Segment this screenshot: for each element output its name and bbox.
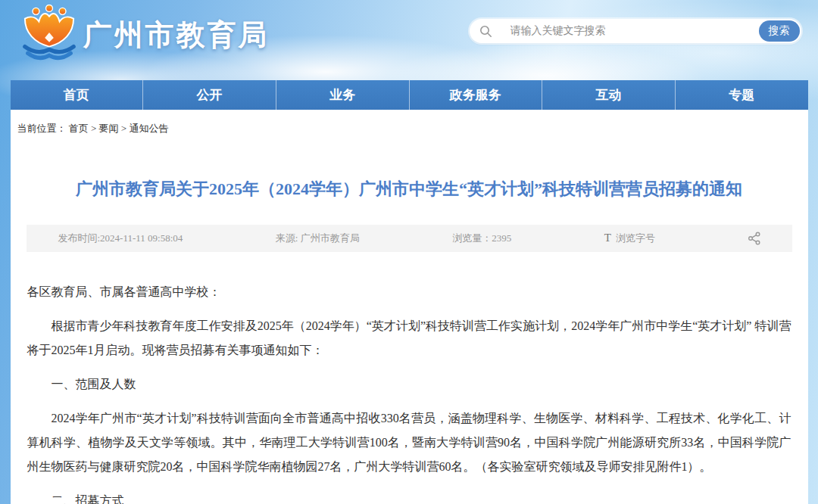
view-count-label: 浏览量： <box>452 232 492 244</box>
nav-item-business[interactable]: 业务 <box>276 80 410 110</box>
site-header: 广州市教育局 搜索 <box>11 0 808 80</box>
font-size-t-icon: T <box>604 232 611 244</box>
article-paragraph: 根据市青少年科技教育年度工作安排及2025年（2024学年）“英才计划”科技特训… <box>27 314 791 362</box>
breadcrumb-prefix: 当前位置： <box>17 123 67 134</box>
site-brand[interactable]: 广州市教育局 <box>21 5 270 65</box>
nav-item-topics[interactable]: 专题 <box>676 80 808 110</box>
breadcrumb-link[interactable]: 首页 <box>69 123 89 134</box>
breadcrumb: 当前位置： 首页 > 要闻 > 通知公告 <box>11 110 808 135</box>
breadcrumb-separator: > <box>89 123 99 134</box>
search-bar: 搜索 <box>470 19 801 43</box>
site-name: 广州市教育局 <box>83 16 270 54</box>
nav-item-open[interactable]: 公开 <box>143 80 276 110</box>
article-meta-bar: 发布时间:2024-11-11 09:58:04 来源: 广州市教育局 浏览量：… <box>27 225 792 252</box>
main-nav: 首页公开业务政务服务互动专题 <box>11 80 808 110</box>
article-body: 各区教育局、市属各普通高中学校：根据市青少年科技教育年度工作安排及2025年（2… <box>27 280 791 504</box>
article-paragraph: 二、招募方式 <box>27 489 791 504</box>
font-size-control[interactable]: T浏览字号 <box>604 232 655 245</box>
content-area: 当前位置： 首页 > 要闻 > 通知公告 广州市教育局关于2025年（2024学… <box>11 110 808 504</box>
article-paragraph: 一、范围及人数 <box>27 372 791 397</box>
article-title: 广州市教育局关于2025年（2024学年）广州市中学生“英才计划”科技特训营营员… <box>33 178 785 201</box>
view-count: 浏览量：2395 <box>452 232 511 245</box>
breadcrumb-link[interactable]: 要闻 <box>99 123 119 134</box>
nav-item-gov-services[interactable]: 政务服务 <box>410 80 543 110</box>
nav-item-home[interactable]: 首页 <box>11 80 144 110</box>
article-paragraph: 各区教育局、市属各普通高中学校： <box>27 280 791 304</box>
page: 广州市教育局 搜索 首页公开业务政务服务互动专题 当前位置： 首页 > 要闻 >… <box>11 0 808 504</box>
font-size-label: 浏览字号 <box>616 232 655 244</box>
breadcrumb-link[interactable]: 通知公告 <box>129 123 168 134</box>
breadcrumb-separator: > <box>119 123 130 134</box>
search-button[interactable]: 搜索 <box>759 20 800 42</box>
search-icon <box>479 25 492 38</box>
article-paragraph: 2024学年广州市“英才计划”科技特训营面向全市普通高中招收330名营员，涵盖物… <box>27 406 791 479</box>
article-source: 来源: 广州市教育局 <box>276 232 360 245</box>
view-count-value: 2395 <box>492 232 511 244</box>
nav-item-interaction[interactable]: 互动 <box>542 80 676 110</box>
search-input[interactable] <box>492 25 759 37</box>
share-icon[interactable] <box>748 232 761 245</box>
site-logo-icon <box>21 5 77 65</box>
publish-time: 发布时间:2024-11-11 09:58:04 <box>58 232 183 245</box>
breadcrumb-links: 首页 > 要闻 > 通知公告 <box>69 123 169 134</box>
